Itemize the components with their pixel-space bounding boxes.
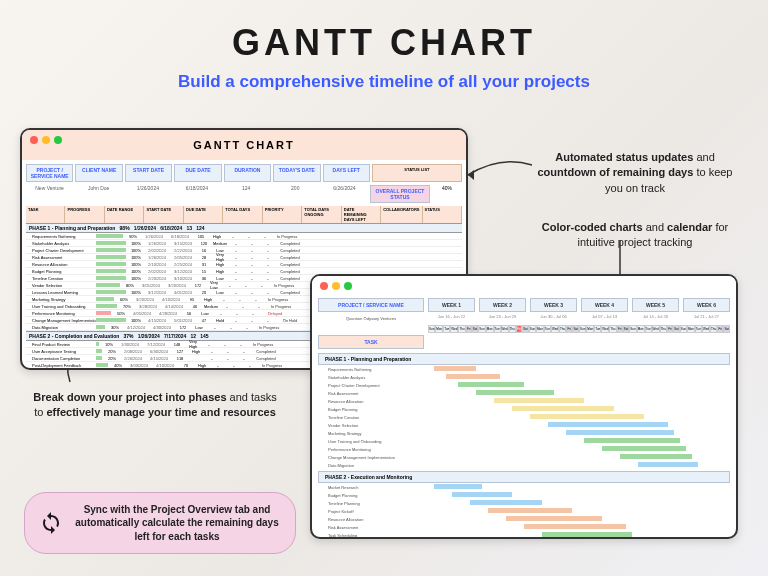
svg-marker-0 <box>468 170 474 180</box>
callout-status: Automated status updates and countdown o… <box>530 150 740 196</box>
page-subtitle: Build a comprehensive timeline of all yo… <box>0 72 768 92</box>
panel1-header: GANTT CHART <box>22 130 466 160</box>
page-title: GANTT CHART <box>0 22 768 64</box>
callout-phases: Break down your project into phases and … <box>30 390 280 421</box>
gantt-timeline-panel: PROJECT / SERVICE NAMEWEEK 1WEEK 2WEEK 3… <box>310 274 738 539</box>
window-controls <box>30 136 62 144</box>
sync-icon <box>39 511 63 535</box>
panel1-title: GANTT CHART <box>193 139 294 151</box>
panel2-header <box>312 276 736 294</box>
sync-pill: Sync with the Project Overview tab and a… <box>24 492 296 555</box>
window-controls <box>320 282 352 290</box>
sync-text: Sync with the Project Overview tab and a… <box>73 503 281 544</box>
arrow-1 <box>460 150 540 200</box>
